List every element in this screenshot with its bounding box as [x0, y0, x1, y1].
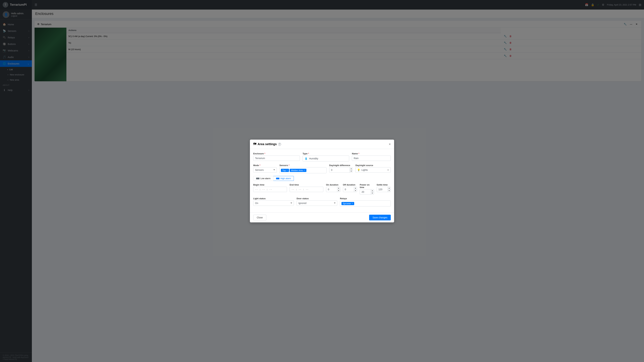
modal-overlay: 🗺 Area settings ? × Enclosure * — [0, 0, 244, 137]
